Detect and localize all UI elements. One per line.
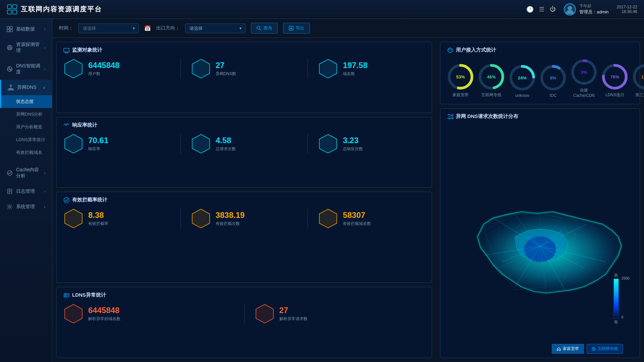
direction-select[interactable]: 请选择 <box>185 23 246 33</box>
svg-marker-43 <box>192 134 210 153</box>
sidebar-label: 异网DNS <box>17 84 37 90</box>
logo-icon <box>7 4 17 15</box>
cache-icon <box>7 170 13 176</box>
map-icon <box>447 114 453 120</box>
time-input[interactable] <box>78 23 139 33</box>
toolbar: 时间： 📅 出口方向： 请选择 查询 导出 <box>52 19 644 38</box>
power-icon[interactable]: ⏻ <box>550 6 556 13</box>
donut-pct-6: 12% <box>641 74 644 79</box>
chevron-down-icon: ∨ <box>43 86 45 89</box>
svg-point-26 <box>257 26 260 29</box>
sidebar-item-basic-data[interactable]: 基础数据 › <box>0 21 52 37</box>
log-icon <box>7 188 13 194</box>
clock-icon[interactable]: 🕐 <box>526 6 534 13</box>
network-icon <box>8 84 14 90</box>
dns-icon <box>7 66 13 72</box>
calendar-icon[interactable]: 📅 <box>144 25 151 32</box>
query-button[interactable]: 查询 <box>251 23 278 34</box>
direction-label: 出口方向： <box>156 25 180 31</box>
sidebar-sub-label: 状态总揽 <box>16 99 34 104</box>
donut-chart-4: 3% <box>571 59 597 85</box>
legend-low-text: 低 <box>614 319 618 324</box>
stat-response-rate: 70.61 响应率 <box>63 134 170 154</box>
svg-rect-15 <box>8 89 9 90</box>
response-panel: 响应率统计 <box>56 117 432 188</box>
sidebar-item-sys[interactable]: 系统管理 › <box>0 199 52 215</box>
network-line-icon <box>592 347 596 351</box>
map-btn-home-broadband[interactable]: 家庭宽带 <box>552 344 584 354</box>
dashboard: 监测对象统计 <box>52 38 644 362</box>
legend-high-value: 2500 <box>622 276 630 280</box>
search-icon <box>257 26 261 31</box>
donut-chart-3: 9% <box>540 64 567 91</box>
sidebar-sub-analysis[interactable]: 异网DNS分析 <box>0 108 52 121</box>
list-icon[interactable]: ☰ <box>539 6 544 13</box>
sidebar-item-log[interactable]: 日志管理 › <box>0 184 52 199</box>
stat-intercept-domains: 123 58307 有效拦截域名数 <box>318 208 425 229</box>
intercept-count-label: 有效拦截次数 <box>216 221 298 227</box>
svg-marker-70 <box>65 304 82 323</box>
intercept-domains-label: 有效拦截域名数 <box>343 221 425 227</box>
datetime: 2017-12-22 16:35:46 <box>617 5 637 14</box>
direction-select-wrapper[interactable]: 请选择 <box>185 23 246 33</box>
sidebar-sub-ldns[interactable]: LDNS异常统计 <box>0 133 52 146</box>
stat-hex-total-resp <box>318 134 338 154</box>
sidebar-item-dns-smart[interactable]: DNS智能调度 › <box>0 58 52 80</box>
map-legend: 高 低 2500 0 <box>613 273 630 324</box>
sidebar-sub-status[interactable]: 状态总揽 <box>0 95 52 108</box>
intercept-title: 有效拦截率统计 <box>63 197 425 203</box>
export-button[interactable]: 导出 <box>283 23 310 34</box>
sidebar-sub-intercept[interactable]: 有效拦截域名 <box>0 146 52 159</box>
users-label: 用户数 <box>88 71 170 77</box>
svg-point-78 <box>448 48 452 53</box>
donut-pct-0: 53% <box>456 74 465 79</box>
svg-marker-74 <box>256 304 273 323</box>
ldns-content: 6445848 解析异常的域名数 <box>63 304 425 324</box>
intercept-rate-info: 8.38 有效拦截率 <box>88 210 170 227</box>
domains-label: 域名数 <box>343 71 425 77</box>
svg-rect-7 <box>7 29 9 32</box>
query-label: 查询 <box>263 25 272 31</box>
legend-low-value: 0 <box>622 315 630 319</box>
total-resp-label: 总响应次数 <box>343 146 425 152</box>
svg-point-20 <box>7 171 12 175</box>
svg-marker-41 <box>65 134 82 153</box>
donut-row: 53% 家庭宽带 46% 互联网专线 24% unknow <box>447 59 633 99</box>
access-title-text: 用户接入方式统计 <box>456 47 496 53</box>
ldns-requests-value: 27 <box>279 306 425 315</box>
home-icon <box>557 347 561 351</box>
stat-hex-intercept-count <box>191 208 211 229</box>
donut-chart-1: 46% <box>478 63 505 90</box>
response-rate-label: 响应率 <box>88 146 170 152</box>
total-req-label: 总请求次数 <box>216 146 298 152</box>
stat-hex-ldns-domains <box>63 304 84 324</box>
intercept-count-info: 3838.19 有效拦截次数 <box>216 210 298 227</box>
total-req-info: 4.58 总请求次数 <box>216 136 298 152</box>
sidebar-sub-user-analysis[interactable]: 用户分析概览 <box>0 121 52 133</box>
map-container: 高 低 2500 0 <box>447 125 633 351</box>
intercept-content: 8.38 有效拦截率 <box>63 208 425 229</box>
map-title-text: 异网 DNS请求次数统计分布 <box>456 113 518 120</box>
users-info: 6445848 用户数 <box>88 61 170 77</box>
left-column: 监测对象统计 <box>52 38 436 362</box>
access-icon <box>447 47 453 53</box>
stat-intercept-rate: 8.38 有效拦截率 <box>63 208 170 229</box>
stat-hex-intercept-rate <box>63 208 84 229</box>
donut-pct-4: 3% <box>581 70 587 75</box>
sidebar-item-foreign-dns[interactable]: 异网DNS ∨ <box>0 80 52 95</box>
sidebar-item-cache[interactable]: Cache内容分析 › <box>0 162 52 184</box>
avatar <box>564 3 576 15</box>
stat-hex-domains <box>318 59 338 79</box>
header-icons: 🕐 ☰ ⏻ <box>526 6 556 13</box>
stat-hex-response <box>63 134 84 154</box>
stat-hex-intercept-domains: 123 <box>318 208 338 229</box>
china-map <box>447 168 633 309</box>
svg-rect-16 <box>10 89 11 90</box>
intercept-panel: 有效拦截率统计 <box>56 192 432 283</box>
dns-label: 异网DNS数 <box>216 71 298 77</box>
svg-point-25 <box>9 206 11 208</box>
donut-label-2: unknow <box>515 93 529 98</box>
map-btn-internet-line[interactable]: 互联网专线 <box>587 344 623 354</box>
sidebar-item-resource-mgmt[interactable]: 资源探测管理 › <box>0 37 52 58</box>
monitor-content: 6445848 用户数 DN <box>63 59 425 79</box>
